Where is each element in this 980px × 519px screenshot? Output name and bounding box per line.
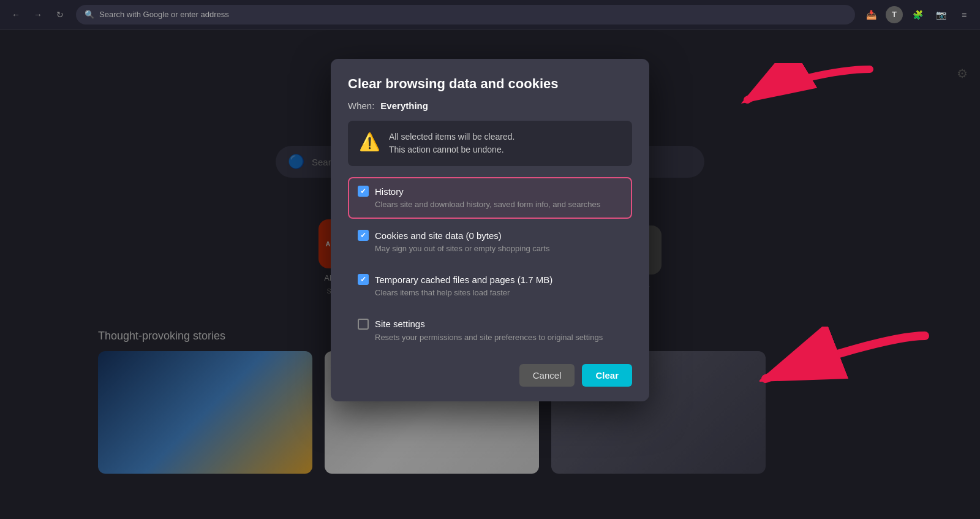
arrow-bottom [760,327,931,396]
screenshot-button[interactable]: 📷 [932,6,949,23]
when-value[interactable]: Everything [380,100,428,111]
clear-browsing-dialog: Clear browsing data and cookies When: Ev… [331,59,649,401]
warning-text: All selected items will be cleared. This… [389,131,514,156]
checkbox-item-cache[interactable]: ✓ Temporary cached files and pages (1.7 … [348,265,632,307]
site-settings-label: Site settings [375,319,425,329]
checkbox-cookies[interactable]: ✓ [358,230,369,241]
warning-icon: ⚠️ [359,132,380,152]
browser-actions: 📥 T 🧩 📷 ≡ [862,6,973,23]
page-content: ⚙ 🔵 Search with G... AliExpress AliExpre… [0,29,980,519]
extensions-button[interactable]: 🧩 [909,6,926,23]
cache-desc: Clears items that help sites load faster [375,287,622,298]
cancel-button[interactable]: Cancel [519,364,575,387]
menu-button[interactable]: ≡ [956,6,973,23]
dialog-title: Clear browsing data and cookies [348,76,632,92]
checkbox-item-cookies[interactable]: ✓ Cookies and site data (0 bytes) May si… [348,221,632,263]
checkbox-item-history[interactable]: ✓ History Clears site and download histo… [348,177,632,219]
cookies-label: Cookies and site data (0 bytes) [375,230,502,241]
search-icon: 🔍 [85,10,94,19]
refresh-button[interactable]: ↻ [51,6,69,23]
when-label: When: [348,100,374,111]
checkbox-item-site-settings[interactable]: Site settings Resets your permissions an… [348,310,632,352]
checkbox-cache[interactable]: ✓ [358,274,369,285]
history-label: History [375,186,404,197]
warning-box: ⚠️ All selected items will be cleared. T… [348,121,632,166]
browser-chrome: ← → ↻ 🔍 Search with Google or enter addr… [0,0,980,29]
clear-button[interactable]: Clear [582,364,632,387]
when-row: When: Everything [348,100,632,111]
cookies-desc: May sign you out of sites or empty shopp… [375,243,622,254]
checkbox-site-settings[interactable] [358,319,369,330]
dialog-footer: Cancel Clear [348,364,632,387]
history-desc: Clears site and download history, saved … [375,199,622,210]
forward-button[interactable]: → [29,6,47,23]
address-text: Search with Google or enter address [99,10,229,19]
back-button[interactable]: ← [7,6,24,23]
cache-label: Temporary cached files and pages (1.7 MB… [375,275,552,285]
site-settings-desc: Resets your permissions and site prefere… [375,332,622,343]
arrow-top [741,63,876,121]
nav-buttons: ← → ↻ [7,6,69,23]
address-bar[interactable]: 🔍 Search with Google or enter address [76,5,855,25]
checkbox-history[interactable]: ✓ [358,186,369,197]
profile-button[interactable]: T [886,6,903,23]
pocket-button[interactable]: 📥 [862,6,880,23]
